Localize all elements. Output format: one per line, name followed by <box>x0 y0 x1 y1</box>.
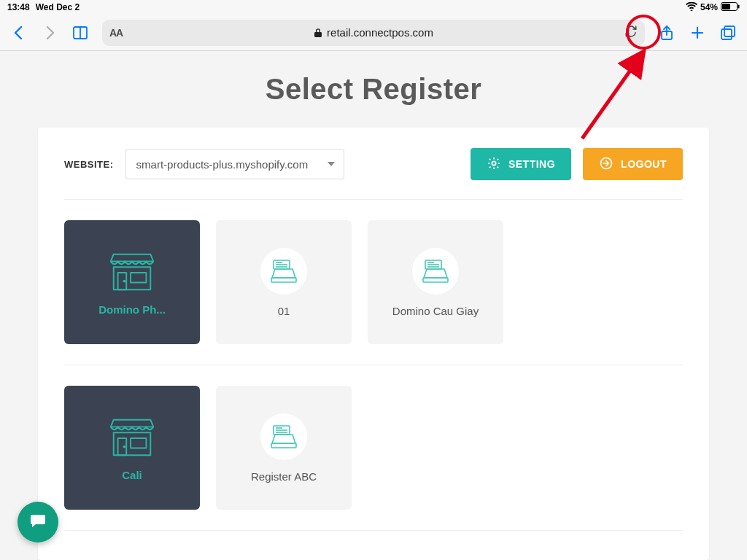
store-tile[interactable]: Cali <box>64 386 200 510</box>
store-name: Cali <box>122 469 142 481</box>
register-icon <box>260 248 307 295</box>
register-icon <box>412 248 459 295</box>
register-name: 01 <box>278 305 290 317</box>
status-date: Wed Dec 2 <box>36 2 80 12</box>
top-controls: WEBSITE: smart-products-plus.myshopify.c… <box>64 148 683 200</box>
address-bar[interactable]: AA retail.connectpos.com <box>102 20 645 46</box>
svg-point-30 <box>123 446 125 447</box>
url-host: retail.connectpos.com <box>102 26 645 39</box>
register-icon <box>260 413 307 460</box>
register-tile[interactable]: Register ABC <box>216 386 352 510</box>
lock-icon <box>314 28 322 38</box>
svg-point-10 <box>492 161 495 165</box>
gear-icon <box>487 156 501 173</box>
page-content: Select Register WEBSITE: smart-products-… <box>0 51 747 560</box>
svg-rect-1 <box>722 4 730 9</box>
setting-button[interactable]: SETTING <box>471 148 571 180</box>
svg-rect-27 <box>114 432 151 455</box>
back-button[interactable] <box>10 24 28 42</box>
wifi-icon <box>686 2 697 13</box>
website-select-value: smart-products-plus.myshopify.com <box>136 158 309 171</box>
safari-toolbar: AA retail.connectpos.com <box>0 15 747 51</box>
svg-rect-8 <box>724 26 735 36</box>
share-button[interactable] <box>658 24 676 42</box>
bookmarks-button[interactable] <box>71 24 89 42</box>
ios-status-bar: 13:48 Wed Dec 2 54% <box>0 0 747 15</box>
register-name: Domino Cau Giay <box>392 305 479 317</box>
register-group: Domino Ph... 01 <box>64 200 683 365</box>
store-icon <box>107 249 158 293</box>
new-tab-button[interactable] <box>689 24 706 42</box>
status-time: 13:48 <box>7 2 30 12</box>
forward-button[interactable] <box>41 24 58 42</box>
register-tile[interactable]: 01 <box>216 220 352 344</box>
battery-pct: 54% <box>700 2 718 12</box>
main-card: WEBSITE: smart-products-plus.myshopify.c… <box>38 128 709 560</box>
register-group: Cali Register ABC <box>64 365 683 531</box>
store-tile[interactable]: Domino Ph... <box>64 220 200 344</box>
svg-rect-15 <box>131 272 146 282</box>
page-title: Select Register <box>0 73 747 106</box>
register-tile[interactable]: Domino Cau Giay <box>368 220 503 344</box>
svg-rect-21 <box>271 278 296 282</box>
svg-rect-2 <box>738 4 740 8</box>
store-icon <box>107 415 158 459</box>
tabs-button[interactable] <box>719 24 737 42</box>
store-name: Domino Ph... <box>98 303 166 316</box>
logout-icon <box>599 156 614 173</box>
register-name: Register ABC <box>251 470 317 483</box>
svg-rect-29 <box>131 438 146 448</box>
svg-point-16 <box>123 280 125 281</box>
svg-rect-26 <box>423 278 448 282</box>
logout-button[interactable]: LOGOUT <box>583 148 683 180</box>
chat-widget[interactable] <box>18 502 58 542</box>
logout-label: LOGOUT <box>621 158 667 170</box>
battery-icon <box>721 2 740 13</box>
website-select[interactable]: smart-products-plus.myshopify.com <box>125 149 344 179</box>
setting-label: SETTING <box>508 158 555 170</box>
svg-rect-9 <box>721 29 732 39</box>
svg-rect-35 <box>271 443 296 448</box>
svg-rect-13 <box>114 267 151 289</box>
chat-icon <box>29 512 47 532</box>
website-label: WEBSITE: <box>64 159 114 170</box>
